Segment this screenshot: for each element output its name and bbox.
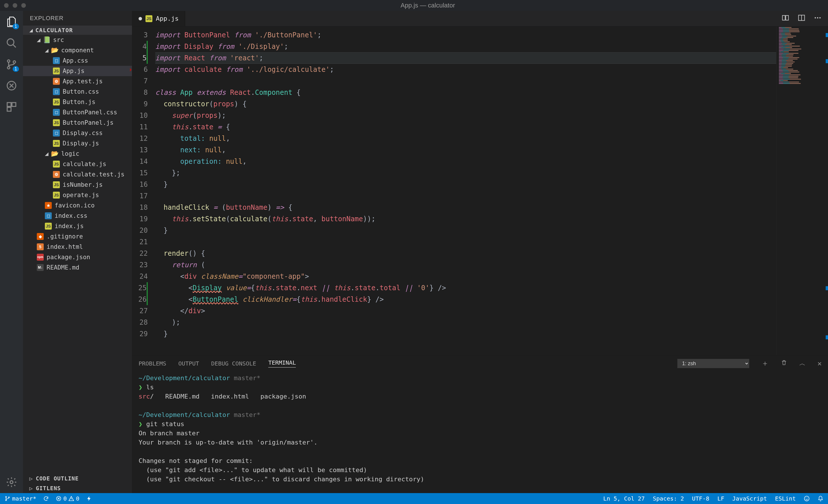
code-line[interactable]: class App extends React.Component {: [155, 87, 776, 98]
file-row[interactable]: JS Button.js: [23, 97, 132, 107]
status-branch[interactable]: master*: [5, 495, 36, 502]
activity-debug[interactable]: [6, 80, 17, 91]
maximize-panel-icon[interactable]: ︿: [799, 359, 805, 368]
code-line[interactable]: }: [155, 225, 776, 236]
file-row[interactable]: ◆ .gitignore: [23, 231, 132, 242]
file-row[interactable]: JS calculate.js: [23, 159, 132, 169]
activity-scm[interactable]: 1: [6, 59, 17, 70]
status-live[interactable]: [86, 496, 92, 501]
status-eslint[interactable]: ESLint: [775, 495, 796, 502]
code-line[interactable]: this.setState(calculate(this.state, butt…: [155, 213, 776, 225]
section-code-outline[interactable]: ▷ CODE OUTLINE: [23, 473, 132, 483]
activity-explorer[interactable]: 1: [6, 16, 17, 28]
file-row[interactable]: JS ButtonPanel.js: [23, 118, 132, 128]
file-row[interactable]: npm package.json: [23, 252, 132, 262]
js-file-icon: JS: [53, 67, 60, 75]
folder-root[interactable]: ◢ CALCULATOR: [23, 26, 132, 35]
code-line[interactable]: );: [155, 317, 776, 328]
file-row[interactable]: 5 index.html: [23, 242, 132, 252]
activity-settings[interactable]: [6, 476, 17, 488]
code-body[interactable]: import ButtonPanel from './ButtonPanel';…: [152, 27, 776, 355]
code-line[interactable]: total: null,: [155, 133, 776, 144]
activity-search[interactable]: [6, 37, 17, 49]
file-row[interactable]: JS isNumber.js: [23, 180, 132, 190]
file-row[interactable]: ⬚ Display.css: [23, 128, 132, 138]
code-line[interactable]: [155, 190, 776, 202]
more-actions-icon[interactable]: [814, 14, 822, 24]
file-label: package.json: [47, 253, 90, 262]
code-line[interactable]: import Display from './Display';: [155, 41, 776, 52]
file-row[interactable]: ★ favicon.ico: [23, 200, 132, 211]
code-line[interactable]: };: [155, 167, 776, 179]
code-line[interactable]: constructor(props) {: [155, 98, 776, 110]
status-notifications[interactable]: [818, 496, 823, 501]
svg-point-3: [13, 61, 15, 63]
compare-changes-icon[interactable]: [781, 14, 789, 24]
status-feedback[interactable]: [804, 496, 810, 501]
terminal-body[interactable]: ~/Development/calculator master*❯ lssrc/…: [132, 371, 828, 493]
terminal-selector[interactable]: 1: zsh: [677, 359, 749, 368]
close-window-icon[interactable]: [4, 3, 9, 8]
code-line[interactable]: <Display value={this.state.next || this.…: [155, 282, 776, 294]
status-eol[interactable]: LF: [717, 495, 724, 502]
file-row[interactable]: ⬚ Button.css: [23, 87, 132, 97]
tab-terminal[interactable]: TERMINAL: [268, 359, 296, 368]
file-row[interactable]: JS App.js: [23, 66, 132, 76]
code-line[interactable]: super(props);: [155, 110, 776, 121]
file-row[interactable]: ⬚ ButtonPanel.css: [23, 107, 132, 118]
code-line[interactable]: handleClick = (buttonName) => {: [155, 202, 776, 213]
status-cursor[interactable]: Ln 5, Col 27: [603, 495, 645, 502]
file-row[interactable]: M↓ README.md: [23, 262, 132, 273]
close-panel-icon[interactable]: ✕: [818, 360, 822, 368]
code-line[interactable]: <div className="component-app">: [155, 271, 776, 282]
test-file-icon: ⚙: [53, 171, 60, 178]
status-language[interactable]: JavaScript: [732, 495, 767, 502]
folder-row[interactable]: ◢ 📂 component: [23, 45, 132, 55]
js-file-icon: JS: [45, 223, 52, 230]
activity-extensions[interactable]: [6, 101, 17, 112]
tab-problems[interactable]: PROBLEMS: [138, 360, 166, 367]
file-row[interactable]: JS operate.js: [23, 190, 132, 200]
minimize-window-icon[interactable]: [13, 3, 17, 8]
code-line[interactable]: import calculate from '../logic/calculat…: [155, 64, 776, 75]
code-line[interactable]: render() {: [155, 248, 776, 259]
code-line[interactable]: import ButtonPanel from './ButtonPanel';: [155, 29, 776, 41]
code-line[interactable]: }: [155, 179, 776, 190]
file-row[interactable]: ⚙ App.test.js: [23, 76, 132, 87]
code-line[interactable]: operation: null,: [155, 156, 776, 167]
tab-app-js[interactable]: JS App.js: [132, 11, 185, 26]
folder-row[interactable]: ◢ 📂 logic: [23, 148, 132, 159]
code-line[interactable]: </div>: [155, 305, 776, 317]
file-row[interactable]: ⬚ index.css: [23, 211, 132, 221]
file-row[interactable]: ⚙ calculate.test.js: [23, 169, 132, 180]
code-line[interactable]: }: [155, 328, 776, 340]
zoom-window-icon[interactable]: [21, 3, 26, 8]
code-line[interactable]: [155, 236, 776, 248]
file-row[interactable]: JS index.js: [23, 221, 132, 231]
status-sync[interactable]: [43, 496, 49, 501]
status-encoding[interactable]: UTF-8: [692, 495, 709, 502]
tab-debug-console[interactable]: DEBUG CONSOLE: [211, 360, 256, 367]
new-terminal-icon[interactable]: ＋: [761, 358, 769, 368]
code-line[interactable]: return (: [155, 259, 776, 271]
terminal-line: ~/Development/calculator master*: [138, 373, 822, 383]
code-line[interactable]: import React from 'react';: [155, 52, 776, 64]
overview-ruler: [825, 27, 828, 355]
code-line[interactable]: <ButtonPanel clickHandler={this.handleCl…: [155, 294, 776, 305]
code-editor[interactable]: 3456789101112131415161718192021222324252…: [132, 27, 828, 355]
file-row[interactable]: JS Display.js: [23, 138, 132, 148]
status-indent[interactable]: Spaces: 2: [653, 495, 684, 502]
status-problems[interactable]: 0 0: [56, 495, 79, 502]
window-controls[interactable]: [4, 3, 26, 8]
folder-row[interactable]: ◢ 📗 src: [23, 35, 132, 45]
tab-output[interactable]: OUTPUT: [178, 360, 199, 367]
kill-terminal-icon[interactable]: [781, 360, 787, 367]
code-line[interactable]: [155, 75, 776, 87]
code-line[interactable]: this.state = {: [155, 121, 776, 133]
split-editor-icon[interactable]: [797, 14, 805, 24]
bolt-icon: [86, 496, 92, 501]
file-row[interactable]: ⬚ App.css: [23, 55, 132, 66]
section-gitlens[interactable]: ▷ GITLENS: [23, 483, 132, 493]
minimap[interactable]: [776, 27, 828, 355]
code-line[interactable]: next: null,: [155, 144, 776, 156]
